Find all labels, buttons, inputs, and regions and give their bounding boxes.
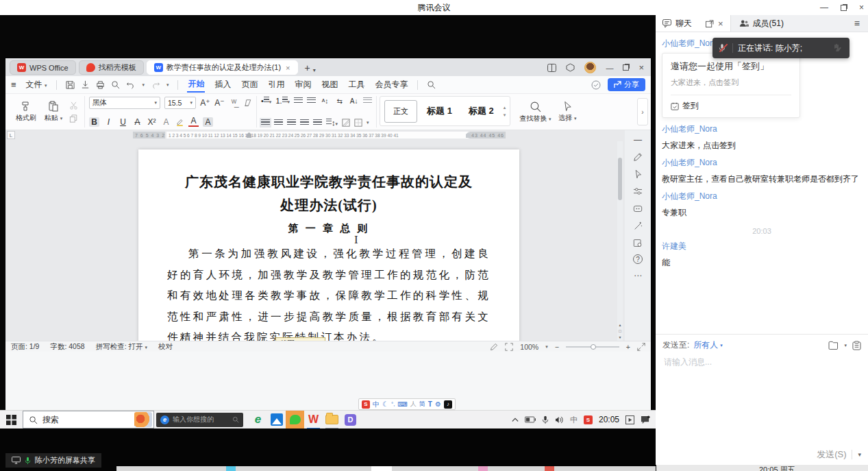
clear-format-icon[interactable]	[243, 99, 252, 107]
chat-close-icon[interactable]: ×	[718, 19, 723, 29]
text-effect-button[interactable]: ᵂ̲	[229, 98, 239, 108]
format-painter-button[interactable]: 格式刷	[12, 101, 40, 123]
fullscreen-icon[interactable]	[637, 343, 645, 351]
document-page[interactable]: 广东茂名健康职业学院教学责任事故的认定及 处理办法(试行) 第 一 章 总 则 …	[138, 149, 519, 341]
share-button[interactable]: 分享	[608, 78, 645, 91]
wps-minimize-icon[interactable]: —	[606, 64, 613, 72]
dingtalk-app-icon[interactable]: D	[341, 411, 360, 429]
styles-scroll[interactable]: ▴ ▾	[504, 105, 506, 117]
document-tab-active[interactable]: W 教学责任事故的认定及处理办法(1) ×	[147, 60, 298, 75]
distribute-icon[interactable]	[313, 119, 322, 126]
font-size-select[interactable]: 15.5▾	[164, 97, 196, 109]
wps-close-icon[interactable]: ×	[638, 62, 644, 73]
message-input[interactable]	[662, 355, 861, 448]
battery-icon[interactable]	[525, 416, 536, 423]
styles-down-icon[interactable]: ▾	[504, 112, 506, 117]
font-color-button[interactable]: A	[188, 117, 199, 127]
undo-icon[interactable]	[126, 80, 136, 89]
edit-pen-icon[interactable]	[632, 152, 643, 162]
borders-icon[interactable]	[354, 119, 362, 127]
increase-font-button[interactable]: A⁺	[200, 98, 210, 108]
tab-stop-selector[interactable]: L	[7, 131, 15, 139]
clock[interactable]: 20:05	[599, 415, 619, 424]
user-avatar[interactable]	[584, 62, 596, 73]
photos-app-icon[interactable]	[267, 411, 286, 429]
redo-chevron-icon[interactable]: ▾	[166, 82, 169, 88]
decrease-font-button[interactable]: A⁻	[214, 98, 225, 108]
close-icon[interactable]: ×	[859, 3, 864, 12]
prev-page-icon[interactable]: ▴	[619, 323, 621, 327]
horizontal-ruler[interactable]: L 7 6 5 4 3 2 1 1 2 3 4 5 6 7 8 9 10 11 …	[5, 130, 651, 140]
tab-close-icon[interactable]: ×	[286, 64, 290, 72]
workspace-icon[interactable]	[566, 63, 575, 72]
skin-icon[interactable]: T	[428, 400, 432, 408]
copy-icon[interactable]	[69, 114, 78, 123]
page-indicator[interactable]: 页面: 1/9	[11, 342, 39, 352]
sort-button[interactable]: A↓	[349, 97, 359, 105]
save-icon[interactable]	[66, 80, 75, 89]
style-heading2[interactable]: 标题 2	[462, 102, 501, 120]
menu-review[interactable]: 审阅	[294, 77, 312, 92]
keyboard-icon[interactable]: ⌨	[397, 400, 407, 408]
word-count[interactable]: 字数: 4058	[50, 342, 84, 352]
zoom-slider[interactable]	[566, 346, 619, 348]
adjust-sliders-icon[interactable]	[632, 186, 643, 197]
file-chevron-icon[interactable]: ▾	[844, 343, 847, 348]
select-tool-icon[interactable]	[632, 169, 643, 180]
char-spacing-button[interactable]: ⇆	[334, 97, 345, 105]
menu-page[interactable]: 页面	[240, 77, 258, 92]
spellcheck-status[interactable]: 拼写检查: 打开 ▾	[96, 342, 147, 352]
douyin-icon[interactable]: ♪	[444, 400, 452, 409]
night-mode-icon[interactable]: ☾	[382, 400, 388, 408]
send-options-chevron-icon[interactable]: ▾	[858, 451, 861, 458]
menu-reference[interactable]: 引用	[267, 77, 285, 92]
tools-wand-icon[interactable]	[632, 220, 643, 231]
align-center-icon[interactable]	[274, 119, 283, 126]
message-sender[interactable]: 小仙老师_Nora	[662, 157, 862, 169]
para-shading-icon[interactable]	[342, 119, 350, 127]
zoom-out-button[interactable]: −	[555, 343, 559, 351]
volume-icon[interactable]	[555, 416, 564, 424]
underline-button[interactable]: U	[118, 117, 128, 127]
undo-chevron-icon[interactable]: ▾	[142, 82, 145, 88]
output-icon[interactable]	[81, 80, 90, 89]
search-icon[interactable]	[427, 80, 436, 89]
print-icon[interactable]	[96, 80, 105, 89]
more-tools-icon[interactable]: ⋯	[632, 270, 643, 281]
scrollbar-thumb[interactable]	[618, 158, 622, 200]
tray-expand-icon[interactable]	[512, 417, 519, 422]
show-marks-icon[interactable]	[363, 97, 372, 104]
proofread-button[interactable]: 校对	[158, 342, 173, 352]
select-button[interactable]: 选择 ▾	[553, 101, 582, 123]
numbering-button[interactable]: 1.▾	[275, 97, 290, 105]
menu-file[interactable]: 文件 ▾	[25, 77, 48, 92]
settings-gear-icon[interactable]: ⚙	[435, 400, 441, 408]
ink-pen-icon[interactable]	[490, 343, 498, 351]
search-highlight-image[interactable]	[134, 412, 152, 427]
wps-app-icon[interactable]: W	[304, 411, 323, 429]
next-page-icon[interactable]: ▾	[619, 335, 621, 339]
page-nav-buttons[interactable]: ▴ □ ▾	[617, 323, 623, 339]
message-sender[interactable]: 小仙老师_Nora	[662, 191, 862, 202]
global-menu-icon[interactable]: ≡	[11, 80, 16, 90]
increase-indent-icon[interactable]	[307, 97, 316, 104]
signin-button[interactable]: 签到	[671, 100, 791, 112]
chat-message-list[interactable]: 小仙老师_Nora 邀请您一起使用「签到」 大家进来，点击签到 签到 小仙老师_…	[656, 32, 868, 334]
highlight-icon[interactable]	[175, 118, 184, 126]
signin-card[interactable]: 邀请您一起使用「签到」 大家进来，点击签到 签到	[662, 53, 800, 118]
chinese-mode-icon[interactable]: 中	[373, 400, 380, 409]
simplified-icon[interactable]: 简	[419, 400, 425, 409]
sync-status-icon[interactable]	[591, 80, 601, 90]
decrease-indent-icon[interactable]	[294, 97, 303, 104]
taskbar-search-box[interactable]: 搜索	[23, 411, 154, 428]
collapse-toolbar-icon[interactable]: —	[632, 134, 643, 145]
screen-share-indicator[interactable]: 陈小芳的屏幕共享	[5, 453, 101, 468]
fit-page-icon[interactable]	[505, 343, 513, 351]
menu-insert[interactable]: 插入	[214, 77, 232, 92]
font-name-select[interactable]: 黑体▾	[89, 97, 160, 109]
popout-icon[interactable]	[706, 20, 714, 27]
style-heading1[interactable]: 标题 1	[420, 102, 459, 120]
print-preview-icon[interactable]	[111, 80, 120, 89]
new-tab-button[interactable]: +	[305, 62, 310, 73]
announcement-icon[interactable]	[852, 341, 861, 350]
